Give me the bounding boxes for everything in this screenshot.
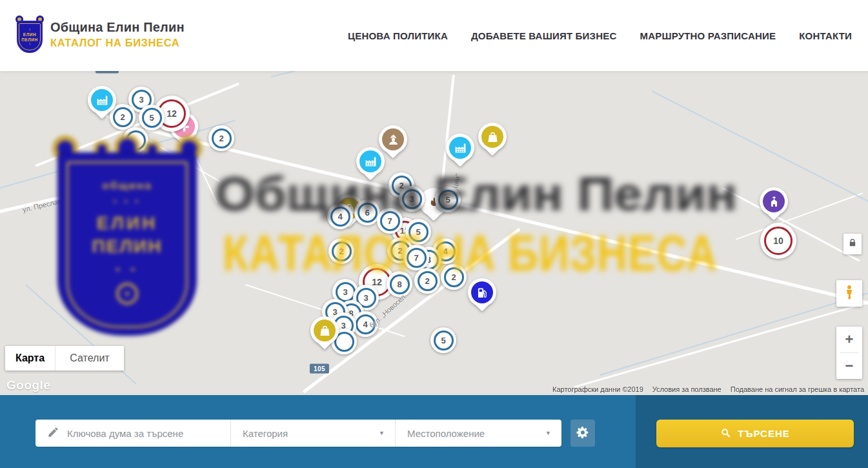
search-bar-right-panel: ТЪРСЕНЕ <box>636 395 868 468</box>
nav-add-business[interactable]: ДОБАВЕТЕ ВАШИЯТ БИЗНЕС <box>471 30 616 41</box>
cluster-marker[interactable]: 7 <box>377 208 403 234</box>
nav-route-schedule[interactable]: МАРШРУТНО РАЗПИСАНИЕ <box>640 30 776 41</box>
map-type-control: Карта Сателит <box>5 346 124 371</box>
lock-icon <box>847 238 858 250</box>
cluster-marker[interactable]: 5 <box>430 327 456 353</box>
gear-icon <box>576 425 590 442</box>
main-nav: ЦЕНОВА ПОЛИТИКА ДОБАВЕТЕ ВАШИЯТ БИЗНЕС М… <box>348 0 852 71</box>
search-input-group: Категория ▼ Местоположение ▼ <box>35 420 561 447</box>
lock-control-button[interactable] <box>843 234 862 254</box>
search-icon <box>720 427 731 440</box>
keyword-input[interactable] <box>67 428 216 439</box>
cluster-marker[interactable]: 6 <box>354 199 380 225</box>
nav-pricing[interactable]: ЦЕНОВА ПОЛИТИКА <box>348 30 448 41</box>
pegman-icon <box>841 284 858 303</box>
category-select[interactable]: Категория ▼ <box>231 420 396 447</box>
header: ⌇ ЕЛИН ПЕЛИН ⌇ Община Елин Пелин КАТАЛОГ… <box>0 0 868 71</box>
advanced-search-button[interactable] <box>570 420 595 447</box>
cluster-marker[interactable]: 2 <box>328 238 354 264</box>
site-subtitle: КАТАЛОГ НА БИЗНЕСА <box>50 37 185 49</box>
map-canvas[interactable]: 1232522354613752248712822338343510600210… <box>0 71 868 395</box>
brand-logo[interactable]: ⌇ ЕЛИН ПЕЛИН ⌇ Община Елин Пелин КАТАЛОГ… <box>15 15 185 53</box>
cluster-marker[interactable]: 2 <box>441 264 467 290</box>
page: ⌇ ЕЛИН ПЕЛИН ⌇ Община Елин Пелин КАТАЛОГ… <box>0 0 868 468</box>
site-title: Община Елин Пелин <box>50 20 185 35</box>
cluster-marker[interactable]: 10 <box>760 223 796 259</box>
cluster-marker[interactable]: 4 <box>327 203 353 229</box>
cluster-marker[interactable]: 5 <box>435 187 461 212</box>
street-label: ул. Преслав <box>22 197 63 214</box>
search-button[interactable]: ТЪРСЕНЕ <box>656 420 854 447</box>
municipality-crest-icon: ⌇ ЕЛИН ПЕЛИН ⌇ <box>15 15 44 53</box>
street-label: ции" <box>450 173 461 189</box>
pencil-icon <box>47 426 59 441</box>
attribution-copyright: Картографски данни ©2019 <box>552 385 643 393</box>
cluster-marker[interactable]: 2 <box>414 268 440 294</box>
map-type-map-button[interactable]: Карта <box>5 346 55 371</box>
map-type-satellite-button[interactable]: Сателит <box>55 346 124 371</box>
markers-layer: 1232522354613752248712822338343510600210… <box>0 71 868 395</box>
road-badge: 105 <box>310 364 329 374</box>
crest-line1: ЕЛИН <box>23 32 36 37</box>
map-attribution: Картографски данни ©2019 Условия за полз… <box>552 385 864 393</box>
cluster-marker[interactable]: 8 <box>387 271 412 297</box>
street-view-pegman-button[interactable] <box>836 280 862 307</box>
chevron-down-icon: ▼ <box>379 430 385 436</box>
zoom-control: + − <box>836 327 862 379</box>
road-badge: 6002 <box>96 71 119 74</box>
zoom-in-button[interactable]: + <box>836 327 862 352</box>
search-bar: ТЪРСЕНЕ Категория ▼ Местоположение ▼ <box>0 395 868 468</box>
cluster-marker[interactable]: 3 <box>399 186 425 212</box>
cluster-marker[interactable]: 7 <box>403 245 429 270</box>
keyword-section <box>35 420 231 447</box>
google-logo[interactable]: Google <box>6 378 50 392</box>
cluster-marker[interactable] <box>123 127 148 153</box>
attribution-report-link[interactable]: Подаване на сигнал за грешка в картата <box>731 385 864 393</box>
chevron-down-icon: ▼ <box>545 430 551 436</box>
cluster-marker[interactable]: 2 <box>208 125 234 151</box>
cluster-marker[interactable]: 5 <box>139 105 165 130</box>
attribution-terms-link[interactable]: Условия за ползване <box>652 385 722 393</box>
zoom-out-button[interactable]: − <box>836 353 862 379</box>
crest-line2: ПЕЛИН <box>21 37 37 42</box>
nav-contacts[interactable]: КОНТАКТИ <box>799 30 852 41</box>
location-select[interactable]: Местоположение ▼ <box>396 420 561 447</box>
